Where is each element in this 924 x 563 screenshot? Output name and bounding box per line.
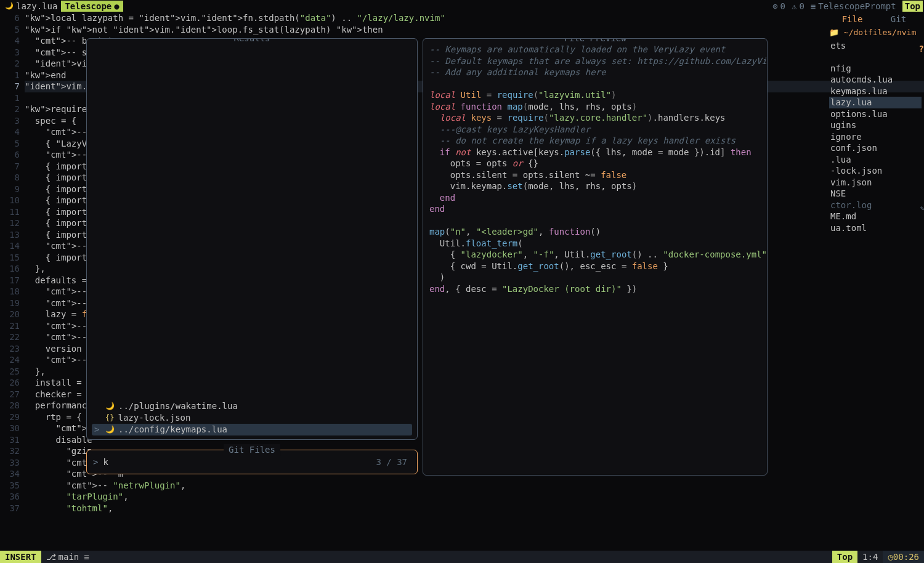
line-number-gutter: 6543217123456789101112131415161718192021… [0,12,25,551]
line-number: 7 [0,161,20,172]
tree-item[interactable]: NSE [829,188,922,200]
line-number: 20 [0,309,20,320]
line-number: 25 [0,366,20,378]
code-line[interactable]: "tarPlugin", [25,491,924,503]
preview-line: ) [429,272,761,283]
result-item[interactable]: {}lazy-lock.json [92,412,412,424]
line-number: 5 [0,24,20,36]
buffer-tab-label: lazy.lua [16,1,57,12]
tree-item[interactable]: ua.toml [829,222,922,234]
tabline: 🌙 lazy.lua Telescope ● ⊗ 0 ⚠ 0 ≡ Telesco… [0,0,924,12]
telescope-prompt-panel: Git Files > 3 / 37 [86,450,418,474]
preview-line: -- Keymaps are automatically loaded on t… [429,44,761,55]
clock-time: 00:26 [893,551,919,563]
prompt-prefix-icon: > [93,456,98,468]
tree-item[interactable]: ugins [829,119,922,131]
branch-name: main [59,551,79,563]
warning-count: 0 [799,1,804,12]
line-number: 35 [0,480,20,492]
line-number: 4 [0,126,20,138]
line-number: 12 [0,217,20,229]
line-number: 21 [0,320,20,332]
result-path: lazy-lock.json [118,412,190,424]
prompt-filetype: TelescopePrompt [818,1,896,12]
preview-line: -- do not create the keymap if a lazy ke… [429,135,761,147]
line-number: 32 [0,445,20,457]
line-number: 17 [0,275,20,286]
tree-item[interactable]: lazy.lua [829,97,922,108]
prompt-title: Git Files [224,444,280,456]
folder-icon: 📁 [829,28,839,37]
error-count: 0 [780,1,785,12]
tree-item[interactable]: options.lua [829,108,922,120]
file-tree[interactable]: File Git 📁 ~/dotfiles/nvim ? ✎ etsnfigau… [829,14,922,233]
result-item[interactable]: >🌙../config/keymaps.lua [92,424,412,435]
code-line[interactable]: "kw">local lazypath = "ident">vim."ident… [25,12,924,24]
tree-item[interactable]: keymaps.lua [829,86,922,97]
tree-item[interactable]: autocmds.lua [829,74,922,86]
line-number: 2 [0,103,20,115]
lua-icon: 🌙 [5,1,14,12]
branch-icon: ⎇ [46,551,56,563]
line-number: 6 [0,149,20,161]
line-number: 29 [0,411,20,423]
tree-help-icon[interactable]: ? [919,43,924,55]
results-title: Results [229,38,275,44]
line-number: 13 [0,229,20,241]
result-item[interactable]: 🌙../plugins/wakatime.lua [92,400,412,412]
tree-item[interactable]: .lua [829,154,922,166]
tree-path-label: ~/dotfiles/nvim [844,28,916,37]
tree-path: 📁 ~/dotfiles/nvim [829,26,922,40]
line-number: 34 [0,468,20,480]
tree-item[interactable] [829,51,922,63]
telescope-results-panel: Results 🌙../plugins/wakatime.lua {}lazy-… [86,38,418,440]
line-number: 26 [0,377,20,389]
tree-item[interactable]: ctor.log [829,200,922,211]
tree-tab-git[interactable]: Git [875,14,922,26]
preview-line: vim.keymap.set(mode, lhs, rhs, opts) [429,180,761,192]
line-number: 4 [0,35,20,47]
preview-line: { cwd = Util.get_root(), esc_esc = false… [429,261,761,272]
tree-edit-icon[interactable]: ✎ [920,203,924,215]
line-number: 3 [0,47,20,59]
lua-icon: 🌙 [105,400,115,412]
tree-item[interactable]: conf.json [829,142,922,154]
buffer-tab-label: Telescope [65,1,111,12]
code-line[interactable]: "kw">if "kw">not "ident">vim."ident">loo… [25,24,924,36]
preview-body[interactable]: -- Keymaps are automatically loaded on t… [423,39,767,299]
preview-line: Util.float_term( [429,238,761,249]
warning-icon: ⚠ [792,1,796,12]
code-line[interactable]: "cmt">-- "netrwPlugin", [25,480,924,492]
modified-dot-icon: ● [114,1,119,12]
tree-item[interactable]: vim.json [829,177,922,188]
tree-item[interactable]: nfig [829,63,922,75]
line-number: 33 [0,457,20,469]
tree-tab-file[interactable]: File [829,14,875,26]
line-number: 18 [0,286,20,298]
mode-indicator: INSERT [0,551,41,563]
code-line[interactable]: "tohtml", [25,503,924,514]
preview-line: map("n", "<leader>gd", function() [429,226,761,238]
cursor-position: 1:4 [857,551,883,563]
line-number: 28 [0,400,20,411]
diagnostics-warnings[interactable]: ⚠ 0 [792,1,804,12]
tree-item[interactable]: ME.md [829,211,922,222]
clock: ◷ 00:26 [883,551,924,563]
line-number: 23 [0,343,20,355]
line-number: 8 [0,172,20,184]
tree-item[interactable]: ignore [829,131,922,143]
git-branch[interactable]: ⎇ main ≡ [41,551,94,563]
results-list[interactable]: 🌙../plugins/wakatime.lua {}lazy-lock.jso… [92,400,412,435]
diagnostics-errors[interactable]: ⊗ 0 [772,1,785,12]
preview-line: end, { desc = "LazyDocker (root dir)" }) [429,283,761,295]
line-number: 19 [0,298,20,309]
tree-item[interactable]: ets [829,40,922,52]
telescope-search-input[interactable] [102,456,376,469]
line-number: 6 [0,12,20,24]
line-number: 1 [0,92,20,104]
tree-item[interactable]: -lock.json [829,165,922,177]
buffer-tab-lazy[interactable]: 🌙 lazy.lua [1,1,61,12]
buffer-tab-telescope[interactable]: Telescope ● [61,1,123,12]
line-number: 24 [0,354,20,366]
line-number: 14 [0,240,20,252]
